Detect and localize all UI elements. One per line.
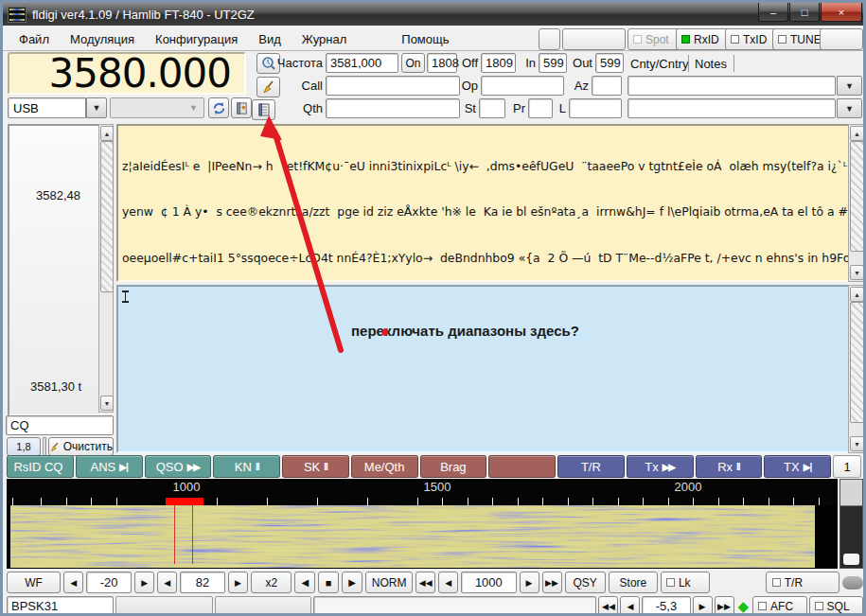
rst-out-field[interactable]: 599: [595, 53, 624, 73]
tab-notes[interactable]: Notes: [695, 57, 727, 71]
minimize-icon[interactable]: –: [758, 3, 788, 22]
call-field[interactable]: [326, 76, 460, 96]
transmit-text-pane[interactable]: [116, 285, 865, 453]
stop-icon[interactable]: ■: [318, 572, 339, 593]
macro-tx[interactable]: Tx▶▶: [627, 455, 694, 478]
rx-scrollbar[interactable]: ▲ ▼: [848, 124, 864, 282]
scroll-up-icon[interactable]: ▲: [850, 287, 864, 302]
browser-row-2[interactable]: 3581,30 t: [30, 379, 81, 394]
shift-right-icon[interactable]: ▶: [342, 572, 362, 593]
gain-left-icon[interactable]: ◀: [63, 572, 83, 593]
carrier-left-icon[interactable]: ◀: [438, 572, 458, 593]
zoom-x2-button[interactable]: x2: [251, 572, 292, 593]
gain-value[interactable]: -20: [86, 572, 132, 593]
band-book-button[interactable]: [252, 99, 275, 120]
time-off-field[interactable]: 1809: [481, 53, 516, 73]
macro-tx2[interactable]: TX▶|: [764, 455, 831, 478]
range-left-icon[interactable]: ◀: [157, 572, 177, 593]
waterfall-scroll-thumb[interactable]: [843, 554, 859, 565]
tx-scrollbar[interactable]: ▲ ▼: [848, 285, 864, 453]
carrier-marker[interactable]: [166, 498, 203, 505]
sync-xml-button[interactable]: [208, 97, 229, 118]
title-bar[interactable]: fldigi ver4.1.09 / Hamlib FT-840 - UT2GZ…: [3, 3, 863, 26]
macro-rx[interactable]: RxII: [696, 455, 763, 478]
time-on-field[interactable]: 1808: [427, 53, 457, 73]
macro-page-button[interactable]: 1: [833, 455, 861, 478]
norm-button[interactable]: NORM: [365, 572, 413, 593]
mode-status[interactable]: BPSK31: [7, 596, 114, 616]
mode-chevron-down-icon[interactable]: ▼: [86, 97, 107, 118]
scroll-up-icon[interactable]: ▲: [100, 126, 114, 141]
st-field[interactable]: [479, 98, 505, 118]
loc-field[interactable]: [569, 98, 622, 118]
logbook-dialog-button[interactable]: [231, 97, 252, 118]
macro-sk[interactable]: SKII: [282, 455, 349, 478]
wf-mode-button[interactable]: WF: [7, 572, 61, 593]
macro-brag[interactable]: Brag: [420, 455, 487, 478]
menu-help[interactable]: Помощь: [391, 29, 459, 49]
receive-text-pane[interactable]: z¦aIeidÉesIᴸ e |IPeeNn→ h ¯et!fKM¢u·¯eU …: [116, 124, 865, 282]
range-value[interactable]: 82: [180, 572, 225, 593]
scroll-down-icon[interactable]: ▼: [850, 436, 864, 451]
offset-rew-icon[interactable]: ◀◀: [598, 596, 618, 616]
browser-scrollbar[interactable]: ▲ ▼: [98, 124, 114, 413]
resize-pill[interactable]: [842, 576, 863, 590]
waterfall[interactable]: 1000 1500 2000: [7, 479, 838, 569]
carrier-frequency-value[interactable]: 1000: [461, 572, 516, 593]
splitter-handle[interactable]: [43, 437, 46, 456]
scroll-up-icon[interactable]: ▲: [850, 126, 864, 141]
macro-rsid-cq[interactable]: RsID CQ: [7, 455, 74, 478]
browser-scroll-thumb[interactable]: [100, 141, 114, 292]
macro-blank[interactable]: [488, 455, 556, 478]
carrier-rew-icon[interactable]: ◀◀: [415, 572, 435, 593]
rst-in-field[interactable]: 599: [539, 53, 567, 73]
offset-fwd-icon[interactable]: ▶▶: [715, 596, 734, 616]
time-on-button[interactable]: On: [401, 53, 425, 73]
macro-kn[interactable]: KNII: [213, 455, 280, 478]
carrier-fwd-icon[interactable]: ▶▶: [542, 572, 562, 593]
scroll-down-icon[interactable]: ▼: [850, 265, 864, 280]
log-frequency-field[interactable]: 3581,000: [326, 53, 398, 73]
mode-select[interactable]: USB: [8, 97, 86, 118]
clear-browser-button[interactable]: Очистить: [48, 437, 114, 456]
gain-right-icon[interactable]: ▶: [134, 572, 154, 593]
frequency-display[interactable]: 3580.000: [8, 52, 246, 95]
offset-right-icon[interactable]: ▶: [693, 596, 713, 616]
signal-browser-list[interactable]: 3582,48 3581,30 t: [8, 124, 102, 416]
squelch-level-button[interactable]: 1,8: [7, 437, 41, 456]
waterfall-signal-display[interactable]: [10, 505, 815, 568]
menu-opmode[interactable]: Модуляция: [60, 29, 145, 49]
macro-ans[interactable]: ANS▶|: [76, 455, 143, 478]
range-right-icon[interactable]: ▶: [228, 572, 248, 593]
menu-file[interactable]: Файл: [9, 29, 60, 49]
qth-field[interactable]: [326, 98, 460, 118]
pr-field[interactable]: [528, 98, 553, 118]
browser-row-1[interactable]: 3582,48: [36, 188, 80, 202]
rxid-toggle[interactable]: RxID: [676, 28, 733, 50]
scroll-down-icon[interactable]: ▼: [100, 396, 114, 411]
tx-scroll-thumb[interactable]: [850, 302, 864, 423]
shift-left-icon[interactable]: ◀: [294, 572, 315, 593]
menu-configure[interactable]: Конфигурация: [145, 29, 248, 49]
tr-toggle[interactable]: T/R: [766, 572, 840, 593]
store-button[interactable]: Store: [609, 572, 658, 593]
qsy-button[interactable]: QSY: [565, 572, 606, 593]
seek-regex-input[interactable]: CQ: [6, 415, 114, 435]
maximize-icon[interactable]: □: [789, 3, 820, 22]
afc-toggle[interactable]: AFC: [752, 596, 806, 616]
country-combo[interactable]: [627, 76, 836, 96]
notes-combo[interactable]: [627, 98, 836, 118]
offset-left-icon[interactable]: ◀: [620, 596, 640, 616]
op-field[interactable]: [481, 76, 564, 96]
menu-view[interactable]: Вид: [248, 29, 292, 49]
lock-toggle[interactable]: Lk: [661, 572, 710, 593]
macro-tr[interactable]: T/R: [557, 455, 625, 478]
clear-log-button[interactable]: [256, 77, 280, 97]
carrier-right-icon[interactable]: ▶: [520, 572, 539, 593]
macro-me-qth[interactable]: Me/Qth: [351, 455, 418, 478]
sql-toggle[interactable]: SQL: [809, 596, 863, 616]
az-field[interactable]: [592, 76, 622, 96]
macro-qso[interactable]: QSO▶▶: [145, 455, 212, 478]
menu-logbook[interactable]: Журнал: [292, 29, 357, 49]
frequency-offset-value[interactable]: -5,3: [642, 596, 690, 616]
